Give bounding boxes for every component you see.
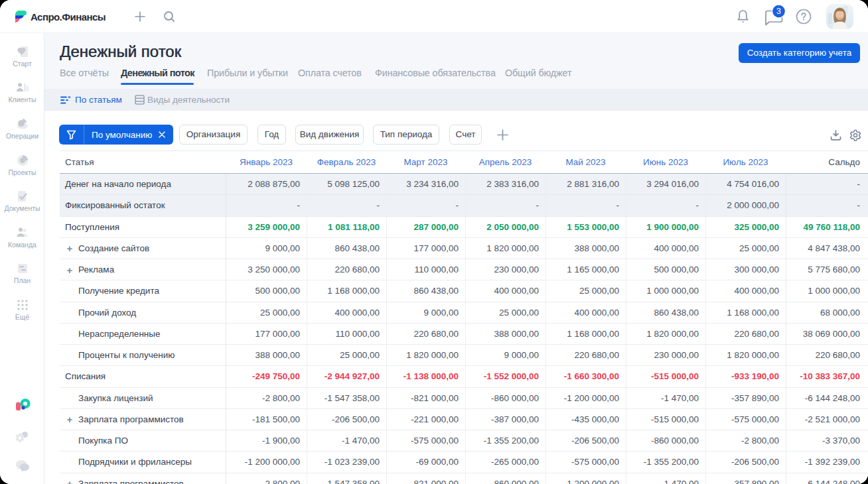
svg-text:3: 3 (776, 7, 781, 16)
